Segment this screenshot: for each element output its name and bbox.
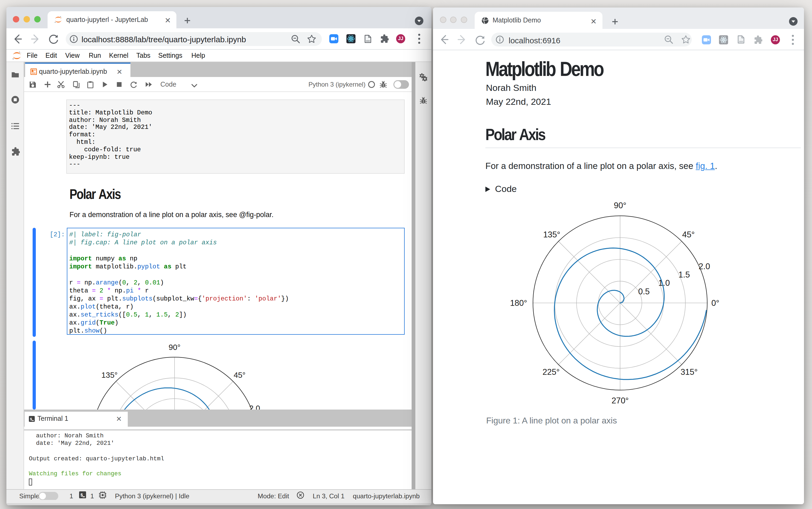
svg-text:90°: 90° — [614, 201, 626, 210]
svg-text:0.5: 0.5 — [638, 287, 649, 296]
svg-text:270°: 270° — [611, 396, 628, 405]
svg-text:1.5: 1.5 — [678, 270, 690, 279]
svg-text:$: $ — [30, 417, 32, 421]
svg-text:225°: 225° — [542, 367, 559, 377]
svg-text:1.0: 1.0 — [658, 278, 670, 287]
svg-text:0°: 0° — [711, 298, 719, 308]
svg-text:2.0: 2.0 — [698, 262, 710, 271]
svg-text:45°: 45° — [682, 230, 695, 239]
svg-text:135°: 135° — [543, 230, 560, 239]
svg-text:315°: 315° — [680, 367, 697, 377]
svg-text:180°: 180° — [510, 298, 527, 308]
